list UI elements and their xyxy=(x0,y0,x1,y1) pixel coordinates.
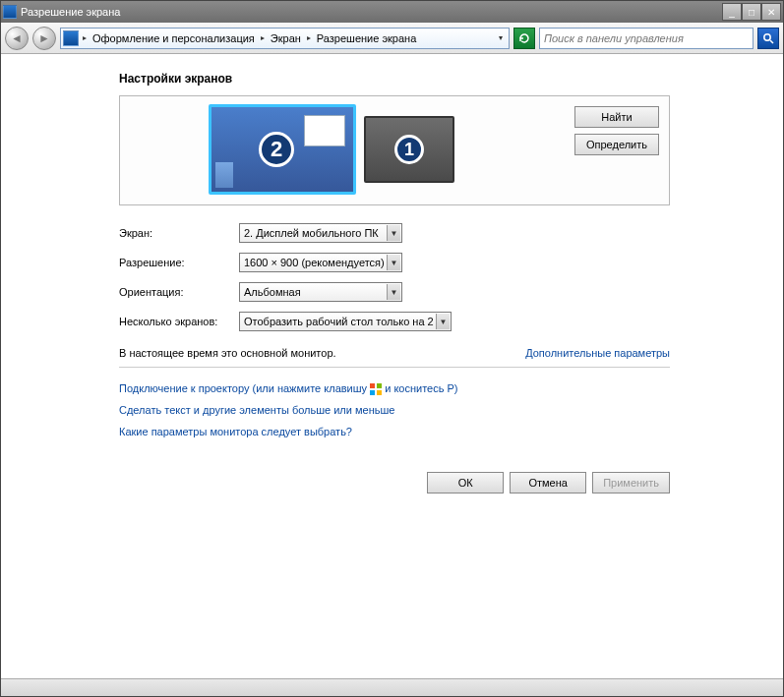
primary-monitor-text: В настоящее время это основной монитор. xyxy=(119,347,336,359)
multi-select[interactable]: Отобразить рабочий стол только на 2 ▼ xyxy=(239,312,452,331)
breadcrumb-item[interactable]: Оформление и персонализация xyxy=(90,30,257,46)
resolution-label: Разрешение: xyxy=(119,257,239,268)
monitor-1[interactable]: 1 xyxy=(364,116,454,183)
breadcrumb-item[interactable]: Экран xyxy=(269,30,303,46)
chevron-down-icon: ▼ xyxy=(387,225,400,241)
monitor-2[interactable]: 2 xyxy=(209,104,356,195)
back-button[interactable]: ◄ xyxy=(5,27,29,50)
primary-monitor-row: В настоящее время это основной монитор. … xyxy=(119,341,670,368)
window-controls: _ □ ✕ xyxy=(722,3,781,21)
maximize-button[interactable]: □ xyxy=(742,3,761,21)
window: Разрешение экрана _ □ ✕ ◄ ► ▸ Оформление… xyxy=(0,0,784,697)
advanced-settings-link[interactable]: Дополнительные параметры xyxy=(525,347,670,359)
screen-label: Экран: xyxy=(119,227,239,239)
address-bar[interactable]: ▸ Оформление и персонализация ▸ Экран ▸ … xyxy=(60,28,510,49)
statusbar xyxy=(1,678,783,696)
projector-link-post: и коснитесь P) xyxy=(382,382,457,394)
search-icon xyxy=(762,32,774,44)
orientation-select[interactable]: Альбомная ▼ xyxy=(239,282,402,302)
monitor-side-buttons: Найти Определить xyxy=(574,106,659,155)
chevron-right-icon: ▸ xyxy=(81,33,89,42)
multi-value: Отобразить рабочий стол только на 2 xyxy=(244,316,434,327)
breadcrumb-item[interactable]: Разрешение экрана xyxy=(315,30,418,46)
ok-button[interactable]: ОК xyxy=(427,472,504,494)
address-dropdown-icon[interactable]: ▾ xyxy=(495,33,507,42)
resolution-value: 1600 × 900 (рекомендуется) xyxy=(244,257,385,268)
windows-logo-icon xyxy=(370,383,382,395)
text-size-link[interactable]: Сделать текст и другие элементы больше и… xyxy=(119,404,394,416)
find-button[interactable]: Найти xyxy=(574,106,659,128)
apply-button[interactable]: Применить xyxy=(592,472,670,494)
titlebar: Разрешение экрана _ □ ✕ xyxy=(1,1,783,23)
chevron-down-icon: ▼ xyxy=(436,314,450,329)
search-button[interactable] xyxy=(757,28,779,49)
refresh-button[interactable] xyxy=(513,28,535,49)
orientation-label: Ориентация: xyxy=(119,286,239,298)
window-title: Разрешение экрана xyxy=(21,6,722,18)
search-box xyxy=(539,28,754,49)
which-params-link[interactable]: Какие параметры монитора следует выбрать… xyxy=(119,426,352,437)
monitor-icons: 2 1 xyxy=(209,104,454,195)
minimize-button[interactable]: _ xyxy=(722,3,742,21)
svg-point-0 xyxy=(764,33,770,39)
content-area: Настройки экранов 2 1 Найти Определить xyxy=(1,54,783,678)
refresh-icon xyxy=(518,32,530,44)
projector-link[interactable]: Подключение к проектору (или нажмите кла… xyxy=(119,382,457,394)
monitor-preview-area: 2 1 Найти Определить xyxy=(119,95,670,205)
cancel-button[interactable]: Отмена xyxy=(510,472,586,494)
help-links: Подключение к проектору (или нажмите кла… xyxy=(119,378,670,442)
chevron-down-icon: ▼ xyxy=(387,284,400,300)
search-input[interactable] xyxy=(542,31,751,45)
projector-link-pre: Подключение к проектору (или нажмите кла… xyxy=(119,382,370,394)
control-panel-icon xyxy=(63,30,79,46)
close-button[interactable]: ✕ xyxy=(761,3,781,21)
detect-button[interactable]: Определить xyxy=(574,134,659,155)
preview-window-icon xyxy=(304,115,345,146)
orientation-value: Альбомная xyxy=(244,286,301,298)
navbar: ◄ ► ▸ Оформление и персонализация ▸ Экра… xyxy=(1,23,783,54)
svg-line-1 xyxy=(770,40,773,43)
chevron-right-icon: ▸ xyxy=(259,33,267,42)
screen-value: 2. Дисплей мобильного ПК xyxy=(244,227,379,239)
multi-label: Несколько экранов: xyxy=(119,316,239,327)
monitor-number: 2 xyxy=(259,132,294,167)
dialog-buttons: ОК Отмена Применить xyxy=(119,472,670,494)
page-heading: Настройки экранов xyxy=(119,72,670,86)
resolution-select[interactable]: 1600 × 900 (рекомендуется) ▼ xyxy=(239,253,402,272)
screen-select[interactable]: 2. Дисплей мобильного ПК ▼ xyxy=(239,223,402,243)
app-icon xyxy=(3,5,17,19)
monitor-number: 1 xyxy=(394,135,424,164)
chevron-right-icon: ▸ xyxy=(305,33,313,42)
chevron-down-icon: ▼ xyxy=(387,255,400,270)
forward-button[interactable]: ► xyxy=(32,27,56,50)
